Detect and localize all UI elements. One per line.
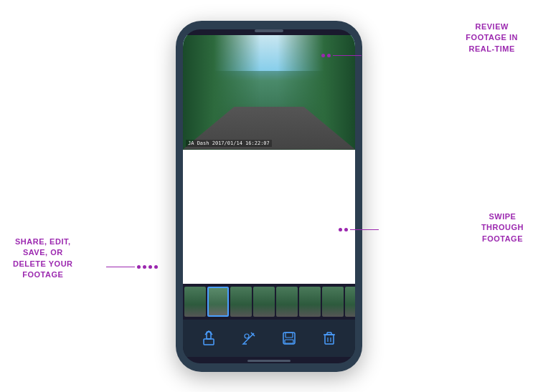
main-scene: JA Dash 2017/01/14 16:22:07 (0, 0, 538, 392)
svg-point-4 (245, 334, 249, 338)
thumbnail-item[interactable] (299, 287, 321, 317)
video-timestamp: JA Dash 2017/01/14 16:22:07 (186, 140, 272, 147)
annotation-share: SHARE, EDIT, SAVE, OR DELETE YOUR FOOTAG… (13, 236, 73, 281)
delete-button[interactable] (321, 330, 337, 346)
thumbnail-item[interactable] (253, 287, 275, 317)
save-button[interactable] (281, 330, 297, 346)
connector-review-dots (321, 54, 379, 57)
home-bar (247, 360, 291, 362)
thumbnail-item[interactable] (345, 287, 355, 317)
annotation-swipe: SWIPE THROUGH FOOTAGE (481, 211, 524, 244)
svg-rect-7 (285, 340, 293, 343)
connector-share-dots (106, 265, 149, 269)
share-button[interactable] (201, 330, 217, 346)
thumbnail-item[interactable] (184, 287, 206, 317)
thumbnail-strip[interactable] (183, 284, 355, 320)
edit-button[interactable] (241, 330, 257, 346)
phone-frame: JA Dash 2017/01/14 16:22:07 (176, 21, 362, 372)
annotation-review: REVIEW FOOTAGE IN REAL-TIME (466, 21, 518, 54)
thumbnail-item-active[interactable] (207, 287, 229, 317)
connector-swipe-dots (339, 228, 382, 231)
phone-screen: JA Dash 2017/01/14 16:22:07 (183, 29, 355, 363)
phone-speaker (255, 29, 283, 32)
svg-rect-8 (325, 335, 334, 344)
thumbnail-item[interactable] (230, 287, 252, 317)
video-area: JA Dash 2017/01/14 16:22:07 (183, 35, 355, 150)
action-bar (183, 320, 355, 357)
svg-rect-1 (204, 339, 214, 345)
content-area (183, 150, 355, 284)
thumbnail-item[interactable] (322, 287, 344, 317)
thumbnail-item[interactable] (276, 287, 298, 317)
svg-rect-6 (285, 333, 293, 338)
